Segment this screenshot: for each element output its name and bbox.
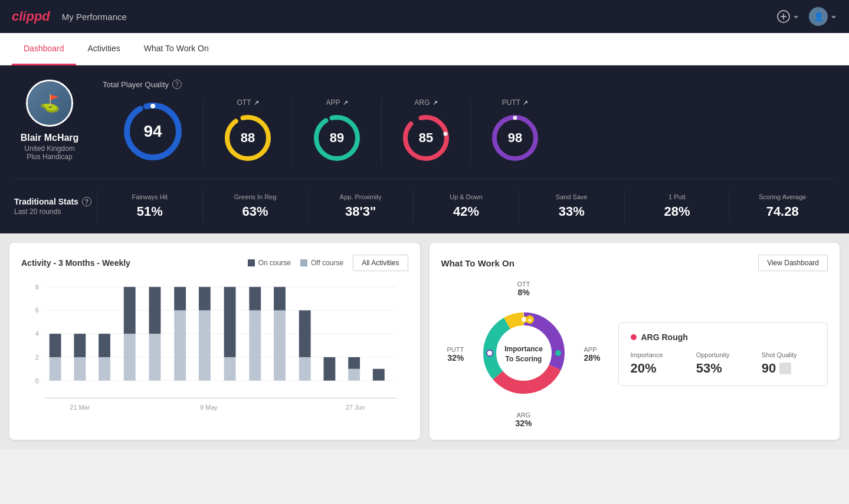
add-button[interactable] bbox=[777, 10, 799, 23]
tab-dashboard[interactable]: Dashboard bbox=[12, 33, 76, 65]
svg-text:4: 4 bbox=[35, 330, 39, 337]
trad-title: Traditional Stats ? bbox=[14, 197, 97, 206]
ott-value: 88 bbox=[241, 130, 255, 146]
putt-value: 98 bbox=[508, 130, 522, 146]
avatar-image: ⛳ bbox=[28, 81, 71, 125]
svg-rect-28 bbox=[50, 357, 61, 381]
svg-rect-35 bbox=[124, 287, 136, 334]
svg-text:9 May: 9 May bbox=[200, 404, 218, 411]
stat-fairways: Fairways Hit 51% bbox=[97, 191, 202, 222]
logo[interactable]: clippd bbox=[12, 9, 50, 24]
trad-info-icon[interactable]: ? bbox=[82, 197, 91, 206]
player-name: Blair McHarg bbox=[21, 133, 79, 143]
total-quality-circle: 94 bbox=[103, 99, 204, 164]
svg-text:6: 6 bbox=[35, 307, 39, 314]
work-on-title: What To Work On bbox=[441, 258, 514, 268]
red-dot-icon bbox=[631, 334, 637, 340]
arg-trend: ↗ bbox=[432, 99, 438, 107]
app-donut: 89 bbox=[310, 111, 363, 164]
putt-donut: 98 bbox=[489, 111, 542, 164]
svg-rect-32 bbox=[99, 357, 110, 381]
putt-label: PUTT ↗ bbox=[502, 98, 528, 107]
stat-scoring: Scoring Average 74.28 bbox=[729, 191, 835, 222]
svg-rect-34 bbox=[124, 334, 136, 380]
donut-center: ImportanceTo Scoring bbox=[504, 344, 543, 364]
svg-text:★: ★ bbox=[527, 317, 532, 323]
trad-subtitle: Last 20 rounds bbox=[14, 207, 97, 216]
header-title: My Performance bbox=[62, 12, 127, 22]
app-value: 89 bbox=[330, 130, 344, 146]
arg-value: 85 bbox=[419, 130, 433, 146]
svg-rect-53 bbox=[348, 357, 360, 369]
stat-oneputt: 1 Putt 28% bbox=[624, 191, 730, 222]
stat-greens: Greens In Reg 63% bbox=[202, 191, 308, 222]
work-on-header: What To Work On View Dashboard bbox=[441, 255, 828, 271]
chart-legend: On course Off course bbox=[248, 259, 344, 267]
stat-proximity: App. Proximity 38'3" bbox=[307, 191, 413, 222]
ott-circle: OTT ↗ 88 bbox=[204, 98, 293, 164]
ott-label: OTT ↗ bbox=[237, 98, 259, 107]
shot-quality-value-row: 90 bbox=[762, 361, 815, 376]
bottom-section: Activity - 3 Months - Weekly On course O… bbox=[0, 233, 849, 449]
stat-sandsave: Sand Save 33% bbox=[519, 191, 624, 222]
player-profile: ⛳ Blair McHarg United Kingdom Plus Handi… bbox=[14, 80, 85, 161]
svg-rect-49 bbox=[299, 310, 311, 357]
svg-point-66 bbox=[521, 384, 527, 390]
on-course-dot bbox=[248, 259, 255, 266]
svg-rect-52 bbox=[348, 369, 360, 381]
arg-rough-info-card: ARG Rough Importance 20% Opportunity 53%… bbox=[618, 322, 828, 386]
tab-activities[interactable]: Activities bbox=[76, 33, 132, 65]
importance-donut: ★ ImportanceTo Scoring bbox=[477, 306, 571, 403]
svg-point-65 bbox=[555, 350, 561, 356]
opportunity-metric: Opportunity 53% bbox=[696, 351, 750, 376]
player-handicap: Plus Handicap bbox=[27, 153, 72, 161]
svg-text:0: 0 bbox=[35, 377, 39, 384]
svg-rect-44 bbox=[249, 310, 261, 380]
svg-point-16 bbox=[513, 116, 517, 120]
view-dashboard-button[interactable]: View Dashboard bbox=[758, 255, 828, 271]
svg-text:8: 8 bbox=[35, 284, 39, 291]
putt-trend: ↗ bbox=[523, 99, 528, 107]
legend-off-course: Off course bbox=[300, 259, 343, 267]
arg-circle: ARG ↗ 85 bbox=[382, 98, 471, 164]
arg-segment-label: ARG 32% bbox=[515, 411, 532, 428]
work-on-content: OTT 8% APP 28% ARG 32% PUTT 32% bbox=[441, 281, 828, 428]
avatar: ⛳ bbox=[26, 80, 73, 127]
header-right: 👤 bbox=[777, 7, 837, 26]
app-circle: APP ↗ 89 bbox=[293, 98, 382, 164]
svg-point-13 bbox=[444, 132, 448, 136]
svg-rect-38 bbox=[174, 310, 186, 380]
quality-section: Total Player Quality ? 94 bbox=[103, 80, 835, 164]
svg-rect-37 bbox=[149, 287, 161, 334]
legend-on-course: On course bbox=[248, 259, 291, 267]
activity-card-header: Activity - 3 Months - Weekly On course O… bbox=[21, 255, 408, 271]
svg-point-10 bbox=[335, 116, 339, 120]
svg-point-67 bbox=[487, 350, 493, 356]
header-left: clippd My Performance bbox=[12, 9, 127, 24]
svg-rect-36 bbox=[149, 334, 161, 380]
svg-text:27 Jun: 27 Jun bbox=[346, 404, 365, 411]
player-country: United Kingdom bbox=[24, 144, 74, 153]
arg-label: ARG ↗ bbox=[414, 98, 437, 107]
svg-rect-40 bbox=[199, 310, 211, 380]
all-activities-button[interactable]: All Activities bbox=[353, 255, 408, 271]
info-icon[interactable]: ? bbox=[172, 80, 182, 89]
ott-trend: ↗ bbox=[254, 99, 259, 107]
stats-banner: ⛳ Blair McHarg United Kingdom Plus Handi… bbox=[0, 65, 849, 233]
quality-circles: 94 OTT ↗ 88 bbox=[103, 98, 835, 164]
what-to-work-on-card: What To Work On View Dashboard OTT 8% AP… bbox=[430, 243, 840, 440]
tabs: Dashboard Activities What To Work On bbox=[0, 33, 849, 65]
svg-rect-55 bbox=[373, 369, 385, 381]
putt-segment-label: PUTT 32% bbox=[447, 346, 464, 363]
total-quality-value: 94 bbox=[143, 122, 162, 141]
off-course-dot bbox=[300, 259, 307, 266]
traditional-stats: Traditional Stats ? Last 20 rounds Fairw… bbox=[14, 191, 835, 222]
svg-rect-41 bbox=[199, 287, 211, 311]
svg-rect-51 bbox=[323, 357, 335, 381]
svg-rect-46 bbox=[274, 310, 286, 380]
tab-what-to-work-on[interactable]: What To Work On bbox=[132, 33, 221, 65]
bar-chart: 8 6 4 2 0 bbox=[21, 281, 408, 416]
ott-segment-label: OTT 8% bbox=[517, 281, 530, 297]
trad-label: Traditional Stats ? Last 20 rounds bbox=[14, 197, 97, 216]
user-menu[interactable]: 👤 bbox=[809, 7, 837, 26]
